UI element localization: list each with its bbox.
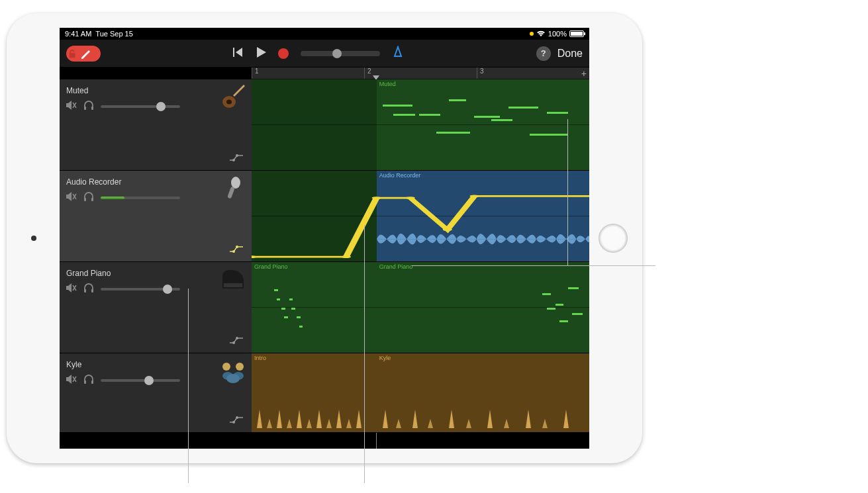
callout-line: [567, 119, 568, 266]
play-button[interactable]: [257, 47, 266, 60]
track-row: Kyle Intro: [60, 353, 589, 433]
track-name-label: Muted: [66, 86, 245, 95]
headphone-icon[interactable]: [83, 283, 94, 294]
record-button[interactable]: [278, 48, 289, 59]
timeline-ruler[interactable]: 1 2 3 +: [252, 67, 589, 79]
svg-point-4: [232, 159, 235, 161]
ipad-device-frame: 9:41 AM Tue Sep 15 100%: [7, 13, 642, 463]
status-date: Tue Sep 15: [95, 30, 132, 38]
volume-slider[interactable]: [101, 288, 180, 291]
volume-slider[interactable]: [101, 105, 180, 108]
ruler-mark: 2: [364, 67, 477, 79]
mute-icon[interactable]: [66, 375, 77, 386]
headphone-icon[interactable]: [83, 375, 94, 386]
drummer-region[interactable]: Intro: [252, 353, 377, 432]
ruler-mark: 1: [252, 67, 364, 79]
track-lane[interactable]: Muted: [252, 79, 589, 170]
svg-rect-1: [91, 107, 93, 110]
track-lock-toggle[interactable]: [66, 46, 101, 62]
track-name-label: Grand Piano: [66, 269, 245, 278]
mute-icon[interactable]: [66, 192, 77, 203]
svg-rect-18: [84, 289, 86, 292]
svg-rect-23: [84, 381, 86, 384]
done-button[interactable]: Done: [557, 48, 583, 60]
svg-rect-6: [84, 198, 86, 201]
svg-point-22: [236, 337, 238, 339]
svg-point-31: [236, 416, 238, 419]
track-row: Muted: [60, 79, 589, 171]
battery-icon: [569, 30, 584, 37]
svg-rect-20: [224, 283, 242, 287]
svg-point-11: [236, 246, 238, 248]
midi-region[interactable]: Muted: [377, 79, 589, 170]
track-name-label: Audio Recorder: [66, 177, 245, 187]
midi-region[interactable]: [252, 171, 377, 261]
home-button[interactable]: [599, 224, 628, 253]
piano-instrument-icon[interactable]: [220, 266, 246, 292]
mute-icon[interactable]: [66, 283, 77, 294]
pencil-icon: [79, 47, 93, 60]
svg-rect-19: [91, 289, 93, 292]
automation-button[interactable]: [229, 415, 244, 426]
automation-button[interactable]: [229, 244, 244, 255]
mute-icon[interactable]: [66, 101, 77, 112]
track-header[interactable]: Grand Piano: [60, 262, 252, 353]
track-lane[interactable]: Audio Recorder: [252, 171, 589, 261]
svg-point-30: [232, 421, 235, 424]
region-label: Intro: [254, 355, 266, 361]
ruler-mark: 3: [477, 67, 589, 79]
status-time: 9:41 AM: [65, 30, 91, 38]
tracks-area: Muted: [60, 79, 589, 433]
callout-line: [364, 225, 365, 483]
volume-slider[interactable]: [101, 379, 180, 382]
position-scrubber[interactable]: [301, 51, 380, 56]
callout-line: [412, 265, 655, 266]
svg-rect-0: [84, 107, 86, 110]
svg-point-10: [232, 250, 235, 253]
track-lane[interactable]: Intro Kyle: [252, 353, 589, 432]
metronome-button[interactable]: [392, 46, 404, 61]
svg-point-27: [226, 374, 240, 383]
automation-button[interactable]: [229, 153, 244, 163]
track-lane[interactable]: Grand Piano: [252, 262, 589, 353]
svg-point-28: [222, 363, 230, 371]
track-name-label: Kyle: [66, 360, 245, 369]
track-header[interactable]: Audio Recorder: [60, 171, 252, 261]
headphone-icon[interactable]: [83, 192, 94, 203]
svg-point-29: [236, 363, 244, 371]
track-header[interactable]: Muted: [60, 79, 252, 170]
audio-region[interactable]: Audio Recorder: [377, 171, 589, 261]
midi-region[interactable]: Grand Piano: [377, 262, 589, 353]
headphone-icon[interactable]: [83, 101, 94, 112]
app-screen: 9:41 AM Tue Sep 15 100%: [60, 28, 589, 449]
track-row: Audio Recorder: [60, 171, 589, 262]
drums-instrument-icon[interactable]: [220, 357, 246, 384]
midi-region[interactable]: [252, 79, 377, 170]
midi-region[interactable]: Grand Piano: [252, 262, 377, 353]
region-label: Audio Recorder: [379, 172, 421, 179]
camera-dot: [31, 236, 36, 241]
toolbar: ? Done: [60, 40, 589, 67]
rewind-button[interactable]: [233, 48, 245, 60]
volume-slider[interactable]: [101, 197, 180, 199]
drummer-region[interactable]: Kyle: [377, 353, 589, 432]
battery-percent: 100%: [548, 30, 567, 38]
svg-point-3: [226, 100, 232, 105]
guitar-instrument-icon[interactable]: [220, 83, 246, 110]
add-section-button[interactable]: +: [581, 68, 587, 79]
region-label: Kyle: [379, 355, 391, 361]
location-indicator-dot: [530, 32, 534, 36]
help-button[interactable]: ?: [536, 46, 551, 61]
svg-rect-9: [227, 187, 235, 199]
microphone-instrument-icon[interactable]: [220, 175, 246, 201]
svg-point-5: [236, 154, 238, 157]
wifi-icon: [536, 30, 546, 37]
svg-rect-7: [91, 198, 93, 201]
track-header[interactable]: Kyle: [60, 353, 252, 432]
transport-controls: [233, 46, 404, 61]
unlock-icon: [68, 49, 77, 58]
automation-button[interactable]: [229, 336, 244, 346]
svg-point-21: [232, 341, 235, 344]
svg-rect-24: [91, 381, 93, 384]
status-bar: 9:41 AM Tue Sep 15 100%: [60, 28, 589, 40]
